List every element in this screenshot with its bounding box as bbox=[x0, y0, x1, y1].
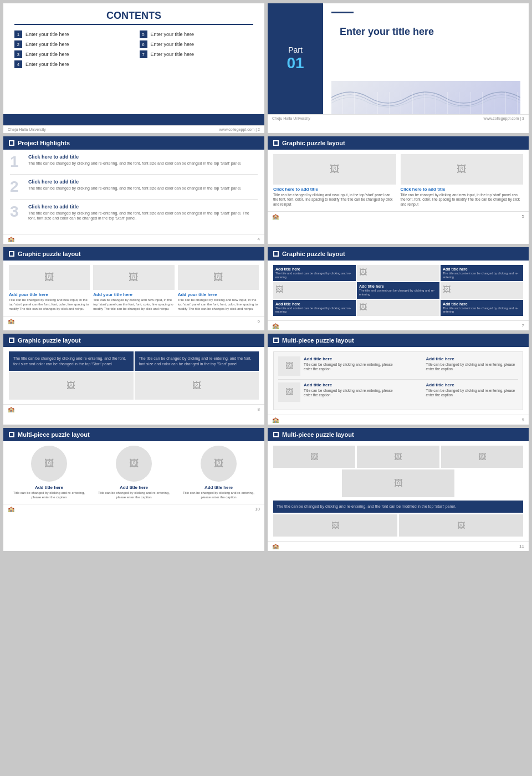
mosaic-bottom-text: The title can be changed by clicking and… bbox=[277, 504, 520, 509]
num-badge-3: 3 bbox=[14, 50, 22, 58]
pg-cell-1[interactable]: Add title here The title and content can… bbox=[273, 265, 356, 281]
part-num: 01 bbox=[287, 54, 304, 72]
contents-item-5[interactable]: 5 Enter your title here bbox=[140, 30, 254, 38]
slide-part: Part 01 Enter your title here Cheju H bbox=[268, 3, 529, 133]
multi-desc-1: Title can be changed by clicking and re-… bbox=[304, 363, 396, 372]
circle-item-2[interactable]: 🖼 Add title here Title can be changed by… bbox=[94, 446, 174, 500]
puzzle-desc-1: Title can be changed by clicking and new… bbox=[273, 193, 396, 207]
highlight-title-3: Click here to add title bbox=[28, 204, 258, 210]
header-sq-icon-4 bbox=[273, 140, 279, 146]
puzzle-3col-title-3: Add your title here bbox=[178, 292, 259, 297]
graphic-grid-header: Graphic puzzle layout bbox=[268, 247, 529, 261]
footer-page-5: 6 bbox=[258, 319, 260, 324]
puzzle-3col-title-1: Add your title here bbox=[9, 292, 90, 297]
contents-text-6: Enter your title here bbox=[151, 42, 195, 47]
puzzle-3col-item-2[interactable]: 🖼 Add your title here Title can be chang… bbox=[93, 265, 174, 311]
dark-cell-1[interactable]: The title can be changed by clicking and… bbox=[9, 351, 134, 371]
pg-title-5: Add title here bbox=[359, 284, 437, 288]
puzzle-desc-2: Title can be changed by clicking and new… bbox=[401, 193, 524, 207]
mosaic-img-1: 🖼 bbox=[273, 446, 355, 468]
multi-row-2: 🖼 Add title here Title can be changed by… bbox=[278, 382, 518, 402]
part-main-title[interactable]: Enter your title here bbox=[331, 18, 520, 38]
puzzle-3col-img-1: 🖼 bbox=[9, 265, 90, 290]
highlights-header: Project Highlights bbox=[3, 136, 264, 150]
graphic-2col-body: 🖼 Click here to add title Title can be c… bbox=[268, 150, 529, 211]
pg-cell-3[interactable]: Add title here The title and content can… bbox=[441, 265, 523, 281]
multi-desc-3: Title can be changed by clicking and re-… bbox=[304, 389, 396, 398]
header-sq-icon-7 bbox=[9, 338, 14, 343]
multi-item-2[interactable]: Add title here Title can be changed by c… bbox=[401, 356, 519, 376]
mosaic-img-6: 🖼 bbox=[399, 514, 523, 537]
pg-desc-7: The title and content can be changed by … bbox=[275, 307, 354, 314]
header-sq-icon-8 bbox=[273, 338, 279, 343]
circle-item-3[interactable]: 🖼 Add title here Title can be changed by… bbox=[178, 446, 259, 500]
multi-item-3[interactable]: 🖼 Add title here Title can be changed by… bbox=[278, 382, 396, 402]
contents-item-7[interactable]: 7 Enter your title here bbox=[140, 50, 254, 58]
pg-title-1: Add title here bbox=[275, 267, 354, 271]
pg-desc-9: The title and content can be changed by … bbox=[443, 307, 521, 314]
puzzle-dark-grid: Add title here The title and content can… bbox=[273, 265, 523, 316]
image-placeholder-icon-mo4: 🖼 bbox=[394, 478, 403, 488]
contents-title: CONTENTS bbox=[14, 10, 253, 25]
num-badge-6: 6 bbox=[140, 40, 147, 48]
image-placeholder-icon-c2: 🖼 bbox=[129, 458, 139, 469]
multi-text-4: Add title here Title can be changed by c… bbox=[426, 382, 519, 398]
circle-img-2: 🖼 bbox=[116, 446, 152, 482]
puzzle-3col-desc-2: Title can be changed by clicking and new… bbox=[93, 298, 174, 311]
contents-text-4: Enter your title here bbox=[25, 62, 69, 67]
circle-img-1: 🖼 bbox=[31, 446, 67, 482]
graphic-grid-body: Add title here The title and content can… bbox=[268, 261, 529, 320]
image-placeholder-icon-mo3: 🖼 bbox=[478, 452, 486, 461]
contents-item-4[interactable]: 4 Enter your title here bbox=[14, 60, 129, 68]
multi-img-3: 🖼 bbox=[278, 382, 300, 402]
puzzle-3col-item-1[interactable]: 🖼 Add your title here Title can be chang… bbox=[9, 265, 90, 311]
footer-icon-5: 🏫 bbox=[8, 318, 14, 324]
mosaic-img-2: 🖼 bbox=[357, 446, 439, 468]
header-sq-icon-10 bbox=[273, 432, 279, 437]
graphic-2col-title: Graphic puzzle layout bbox=[282, 140, 345, 146]
image-placeholder-icon-m1: 🖼 bbox=[285, 361, 293, 370]
multi-desc-4: Title can be changed by clicking and re-… bbox=[426, 389, 519, 398]
pg-desc-5: The title and content can be changed by … bbox=[359, 289, 437, 296]
multi-title-2: Add title here bbox=[426, 356, 519, 361]
image-placeholder-icon-g2: 🖼 bbox=[359, 268, 367, 277]
footer-page-3: 4 bbox=[258, 237, 260, 242]
highlight-item-1[interactable]: 1 Click here to add title The title can … bbox=[10, 154, 258, 175]
puzzle-item-2[interactable]: 🖼 Click here to add title Title can be c… bbox=[401, 154, 524, 207]
puzzle-3col-desc-1: Title can be changed by clicking and new… bbox=[9, 298, 90, 311]
image-placeholder-icon-c3: 🖼 bbox=[214, 458, 224, 469]
puzzle-3col-img-3: 🖼 bbox=[178, 265, 259, 290]
part-wave bbox=[331, 81, 520, 114]
highlight-item-3[interactable]: 3 Click here to add title The title can … bbox=[10, 204, 258, 225]
highlight-item-2[interactable]: 2 Click here to add title The title can … bbox=[10, 179, 258, 200]
highlight-title-2: Click here to add title bbox=[28, 179, 242, 185]
puzzle-item-1[interactable]: 🖼 Click here to add title Title can be c… bbox=[273, 154, 396, 207]
dark-cell-2[interactable]: The title can be changed by clicking and… bbox=[135, 351, 259, 371]
pg-cell-9[interactable]: Add title here The title and content can… bbox=[441, 300, 523, 316]
pg-cell-4: 🖼 bbox=[273, 282, 356, 298]
slide-multi-circles: Multi-piece puzzle layout 🖼 Add title he… bbox=[3, 428, 264, 551]
light-cell-2: 🖼 bbox=[135, 372, 259, 400]
circle-item-1[interactable]: 🖼 Add title here Title can be changed by… bbox=[9, 446, 89, 500]
puzzle-title-2: Click here to add title bbox=[401, 187, 524, 192]
contents-item-3[interactable]: 3 Enter your title here bbox=[14, 50, 129, 58]
multi-item-4[interactable]: Add title here Title can be changed by c… bbox=[401, 382, 519, 402]
puzzle-3col-title-2: Add your title here bbox=[93, 292, 174, 297]
pg-cell-5[interactable]: Add title here The title and content can… bbox=[357, 282, 439, 298]
multi-piece-body: 🖼 Add title here Title can be changed by… bbox=[268, 347, 529, 415]
slide-multi-mosaic: Multi-piece puzzle layout 🖼 🖼 🖼 🖼 bbox=[268, 428, 529, 551]
contents-item-2[interactable]: 2 Enter your title here bbox=[14, 40, 129, 48]
puzzle-3col-item-3[interactable]: 🖼 Add your title here Title can be chang… bbox=[178, 265, 259, 311]
contents-item-1[interactable]: 1 Enter your title here bbox=[14, 30, 129, 38]
mosaic-layout: 🖼 🖼 🖼 🖼 The title can be changed by clic… bbox=[268, 441, 529, 541]
multi-item-1[interactable]: 🖼 Add title here Title can be changed by… bbox=[278, 356, 396, 376]
pg-cell-2: 🖼 bbox=[357, 265, 439, 281]
part-right: Enter your title here bbox=[323, 3, 529, 114]
puzzle-3col-img-2: 🖼 bbox=[93, 265, 174, 290]
pg-cell-7[interactable]: Add title here The title and content can… bbox=[273, 300, 356, 316]
circle-desc-2: Title can be changed by clicking and re-… bbox=[94, 491, 174, 500]
footer-web-2: www.collegeppt.com | 3 bbox=[484, 116, 524, 120]
footer-uni-1: Cheju Halla University bbox=[8, 127, 46, 131]
contents-item-6[interactable]: 6 Enter your title here bbox=[140, 40, 254, 48]
mosaic-bot-row: 🖼 🖼 bbox=[273, 514, 523, 537]
